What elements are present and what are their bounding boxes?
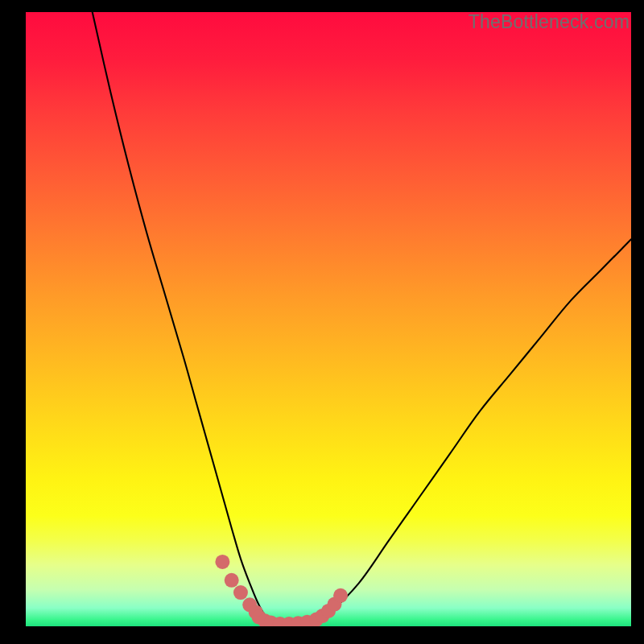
marker-dot (333, 588, 348, 603)
marker-dot (225, 573, 239, 588)
marker-dot (215, 555, 229, 569)
marker-dot (233, 585, 248, 600)
chart-frame: TheBottleneck.com (0, 0, 644, 644)
series-bottleneck-curve (93, 12, 631, 625)
curve-layer (93, 12, 631, 625)
watermark-text: TheBottleneck.com (469, 11, 630, 33)
marker-layer (215, 555, 348, 626)
chart-svg (26, 12, 631, 626)
chart-plot-area (26, 12, 631, 626)
